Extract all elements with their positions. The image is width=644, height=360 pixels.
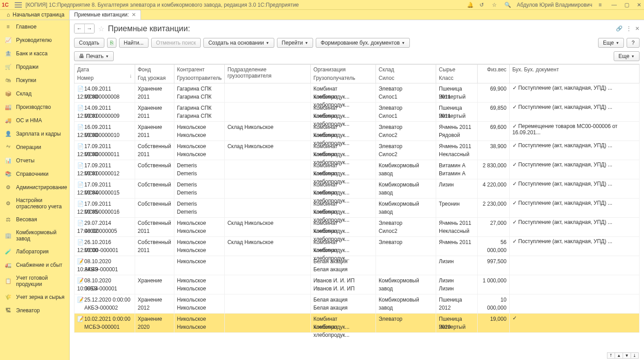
- table-row[interactable]: 📄17.09.2011 12:00:01МСК00000012Собственн…: [74, 160, 640, 179]
- history-icon[interactable]: ↺: [479, 2, 486, 8]
- nav-icon: ᴬʸ: [4, 144, 12, 151]
- col-raw[interactable]: СырьеКласс: [436, 65, 478, 83]
- help-button[interactable]: ?: [627, 38, 640, 48]
- sidebar-item-7[interactable]: 🚚ОС и НМА: [0, 114, 69, 127]
- col-wh[interactable]: СкладСилос: [376, 65, 436, 83]
- sidebar-item-20[interactable]: 🏗Элеватор: [0, 304, 69, 317]
- sidebar-item-13[interactable]: ⚙Настройки отраслевого учета: [0, 194, 69, 213]
- tab-active[interactable]: Приемные квитанции: ✕: [69, 10, 141, 20]
- more2-button[interactable]: Еще ▼: [614, 51, 640, 61]
- sidebar-item-1[interactable]: 📈Руководителю: [0, 33, 69, 47]
- settings-bars-icon[interactable]: ≡: [599, 2, 605, 8]
- search-icon[interactable]: 🔍: [504, 2, 511, 8]
- table-row[interactable]: 📄17.09.2011 12:00:00МСК00000011Собственн…: [74, 141, 640, 160]
- nav-icon: 📚: [4, 170, 12, 178]
- table-row[interactable]: 📝25.12.2020 0:00:00АКБЭ-000002Хранение20…: [74, 294, 640, 314]
- minimize-button[interactable]: —: [611, 2, 617, 8]
- check-icon: ✓: [512, 200, 517, 206]
- nav-label: Весовая: [16, 216, 37, 223]
- sidebar-item-14[interactable]: ⚖Весовая: [0, 213, 69, 226]
- col-dept[interactable]: Подразделение грузоотправителя: [224, 65, 310, 83]
- nav-up-button[interactable]: ▲: [615, 352, 623, 359]
- sidebar-item-2[interactable]: 🏦Банк и касса: [0, 47, 69, 60]
- sidebar-item-8[interactable]: 👤Зарплата и кадры: [0, 127, 69, 141]
- sidebar-item-15[interactable]: 🏢Комбикормовый завод: [0, 226, 69, 245]
- table-row[interactable]: 📄17.09.2011 12:00:05МСК00000016Собственн…: [74, 199, 640, 218]
- table-row[interactable]: 📄14.09.2011 12:00:01МСК00000009Хранение2…: [74, 103, 640, 122]
- bell-icon[interactable]: 🔔: [467, 2, 473, 8]
- find-button[interactable]: Найти...: [119, 38, 149, 48]
- nav-icon: 🧪: [4, 248, 12, 255]
- sidebar-item-0[interactable]: ≡Главное: [0, 20, 69, 33]
- col-fund[interactable]: ФондГод урожая: [135, 65, 174, 83]
- sidebar-item-12[interactable]: ⚙Администрирование: [0, 181, 69, 194]
- home-icon: ⌂: [7, 12, 10, 18]
- sidebar: ≡Главное📈Руководителю🏦Банк и касса🛒Прода…: [0, 20, 70, 360]
- goto-button[interactable]: Перейти ▼: [277, 38, 313, 48]
- table-row[interactable]: 📄26.10.2016 12:00:00МС00-000001Собственн…: [74, 237, 640, 256]
- doc-icon: 📝: [77, 257, 83, 265]
- create-based-button[interactable]: Создать на основании ▼: [203, 38, 274, 48]
- table-row[interactable]: 📝08.10.2020 10:39:0400БЭ-000001ХранениеН…: [74, 275, 640, 294]
- sidebar-item-18[interactable]: 📋Учет готовой продукции: [0, 272, 69, 290]
- col-doc[interactable]: Бух. Бух. документ: [509, 65, 639, 83]
- sidebar-item-17[interactable]: 🚛Снабжение и сбыт: [0, 258, 69, 272]
- col-agent[interactable]: КонтрагентГрузоотправитель: [174, 65, 224, 83]
- close-window-button[interactable]: ✕: [636, 2, 642, 8]
- table-row[interactable]: 📄17.09.2011 12:00:04МСК00000015Собственн…: [74, 179, 640, 199]
- nav-label: Учет зерна и сырья: [16, 294, 64, 300]
- burger-icon[interactable]: [15, 2, 22, 8]
- user-name[interactable]: Абдулов Юрий Владимирович: [517, 2, 592, 8]
- doc-icon: 📄: [77, 200, 83, 208]
- check-icon: ✓: [512, 123, 517, 129]
- check-icon: ✓: [512, 104, 517, 110]
- doc-icon: 📄: [77, 219, 83, 227]
- tab-close-icon[interactable]: ✕: [132, 12, 136, 18]
- nav-label: Лаборатория: [16, 248, 49, 255]
- favorite-star-icon[interactable]: ☆: [98, 25, 104, 33]
- nav-icon: 🏭: [4, 103, 12, 111]
- maximize-button[interactable]: ▢: [623, 2, 630, 8]
- copy-button[interactable]: ⎘: [107, 38, 116, 48]
- star-icon[interactable]: ☆: [492, 2, 498, 8]
- sidebar-item-4[interactable]: 🛍Покупки: [0, 74, 69, 87]
- nav-last-button[interactable]: ⤓: [631, 352, 639, 359]
- nav-forward-button[interactable]: →: [84, 24, 94, 33]
- tab-home[interactable]: ⌂ Начальная страница: [2, 10, 69, 20]
- sidebar-item-10[interactable]: 📊Отчеты: [0, 154, 69, 167]
- print-button[interactable]: 🖶 Печать ▼: [74, 51, 114, 61]
- doc-icon: 📄: [77, 238, 83, 246]
- form-docs-button[interactable]: Формирование бух. документов ▼: [316, 38, 410, 48]
- doc-icon: 📄: [77, 123, 83, 131]
- doc-icon: 📄: [77, 142, 83, 150]
- sidebar-item-19[interactable]: 🌾Учет зерна и сырья: [0, 290, 69, 304]
- sidebar-item-5[interactable]: 📦Склад: [0, 87, 69, 100]
- create-button[interactable]: Создать: [74, 38, 104, 48]
- copy-icon: ⎘: [110, 40, 113, 46]
- cancel-find-button: Отменить поиск: [151, 38, 201, 48]
- col-weight[interactable]: Физ.вес: [478, 65, 509, 83]
- table[interactable]: Дата↓Номер ФондГод урожая КонтрагентГруз…: [74, 64, 640, 351]
- nav-icon: ⚖: [4, 216, 12, 223]
- sidebar-item-6[interactable]: 🏭Производство: [0, 100, 69, 114]
- sidebar-item-11[interactable]: 📚Справочники: [0, 167, 69, 181]
- nav-first-button[interactable]: ⤒: [607, 352, 615, 359]
- sidebar-item-9[interactable]: ᴬʸОперации: [0, 141, 69, 154]
- close-page-icon[interactable]: ✕: [635, 25, 640, 32]
- nav-back-button[interactable]: ←: [74, 24, 84, 33]
- table-row[interactable]: 📝08.10.2020 10:34:49АКБЭ-000001Никольско…: [74, 256, 640, 275]
- col-date[interactable]: Дата↓Номер: [74, 65, 135, 83]
- sidebar-item-16[interactable]: 🧪Лаборатория: [0, 245, 69, 258]
- nav-label: Снабжение и сбыт: [16, 262, 62, 268]
- sidebar-item-3[interactable]: 🛒Продажи: [0, 60, 69, 74]
- more-button[interactable]: Еще ▼: [598, 38, 624, 48]
- table-row[interactable]: 📄14.09.2011 12:00:00МСК00000008Хранение2…: [74, 83, 640, 103]
- table-row[interactable]: 📄16.09.2011 12:00:00МСК00000010Хранение2…: [74, 122, 640, 141]
- table-row[interactable]: 📝10.02.2021 0:00:00МСБЭ-000001Хранение20…: [74, 314, 640, 333]
- table-row[interactable]: 📄29.07.2014 17:48:0200000000005Собственн…: [74, 218, 640, 237]
- nav-label: Покупки: [16, 77, 36, 83]
- col-org[interactable]: ОрганизацияГрузополучатель: [310, 65, 376, 83]
- nav-down-button[interactable]: ▼: [623, 352, 631, 359]
- link-icon[interactable]: 🔗: [616, 25, 623, 32]
- kebab-icon[interactable]: ⋮: [626, 25, 632, 32]
